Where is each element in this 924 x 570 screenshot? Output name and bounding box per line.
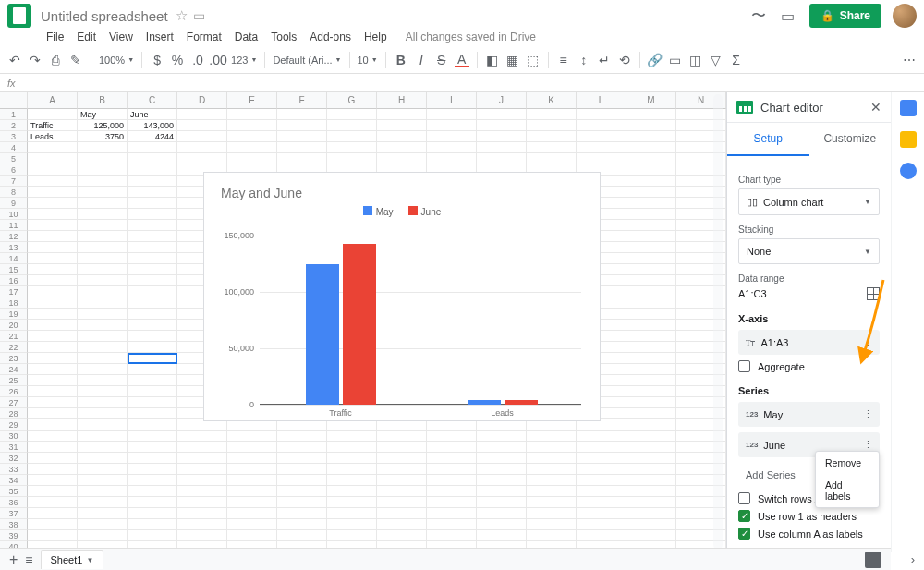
cell[interactable] — [626, 353, 676, 364]
text-wrap-icon[interactable]: ↵ — [597, 53, 612, 67]
cell[interactable] — [527, 530, 577, 541]
row-header[interactable]: 36 — [0, 497, 28, 508]
row-header[interactable]: 5 — [0, 153, 28, 164]
cell[interactable] — [527, 109, 577, 120]
text-rotation-icon[interactable]: ⟲ — [617, 53, 632, 67]
cell[interactable] — [28, 497, 78, 508]
cell[interactable] — [427, 486, 477, 497]
cell[interactable] — [227, 453, 277, 464]
redo-icon[interactable]: ↷ — [28, 53, 43, 67]
col-header[interactable]: E — [227, 92, 277, 109]
cell[interactable] — [377, 530, 427, 541]
cell[interactable] — [177, 131, 227, 142]
cell[interactable] — [327, 464, 377, 475]
cell[interactable] — [527, 475, 577, 486]
cell[interactable] — [277, 442, 327, 453]
number-format-dropdown[interactable]: 123▼ — [231, 55, 257, 66]
cell[interactable] — [577, 109, 626, 120]
cell[interactable] — [577, 442, 626, 453]
undo-icon[interactable]: ↶ — [7, 53, 22, 67]
cell[interactable] — [626, 486, 676, 497]
cell[interactable] — [78, 164, 128, 176]
cell[interactable] — [477, 530, 527, 541]
cell[interactable]: May — [78, 109, 128, 120]
cell[interactable] — [227, 442, 277, 453]
cell[interactable]: 125,000 — [78, 120, 128, 131]
tasks-icon[interactable] — [900, 163, 917, 179]
cell[interactable] — [577, 497, 626, 508]
cell[interactable] — [427, 142, 477, 153]
cell[interactable] — [626, 519, 676, 530]
cell[interactable] — [28, 198, 78, 209]
cell[interactable] — [78, 286, 128, 297]
cell[interactable] — [527, 464, 577, 475]
row-header[interactable]: 13 — [0, 242, 28, 253]
row-header[interactable]: 12 — [0, 231, 28, 242]
cell[interactable] — [626, 275, 676, 286]
cell[interactable] — [626, 364, 676, 375]
cell[interactable] — [128, 209, 177, 220]
series-chip-may[interactable]: 123 May ⋮ — [738, 402, 880, 427]
row-header[interactable]: 4 — [0, 142, 28, 153]
cell[interactable] — [277, 153, 327, 164]
cell[interactable] — [626, 120, 676, 131]
cell[interactable] — [577, 153, 626, 164]
cell[interactable] — [227, 508, 277, 519]
cell[interactable] — [78, 419, 128, 431]
data-range-value[interactable]: A1:C3 — [738, 288, 767, 299]
cell[interactable] — [277, 475, 327, 486]
cell[interactable] — [28, 486, 78, 497]
cell[interactable] — [78, 187, 128, 198]
cell[interactable] — [277, 464, 327, 475]
cell[interactable] — [626, 508, 676, 519]
cell[interactable] — [78, 320, 128, 331]
cell[interactable] — [377, 464, 427, 475]
cell[interactable] — [128, 497, 177, 508]
row-header[interactable]: 15 — [0, 264, 28, 275]
series-chip-june[interactable]: 123 June ⋮ Remove Add labels — [738, 432, 880, 457]
cell[interactable] — [277, 131, 327, 142]
cell[interactable] — [78, 397, 128, 408]
cell[interactable] — [128, 253, 177, 264]
cell[interactable] — [78, 508, 128, 519]
cell[interactable] — [626, 109, 676, 120]
cell[interactable] — [377, 508, 427, 519]
cell[interactable] — [577, 131, 626, 142]
row-header[interactable]: 29 — [0, 419, 28, 431]
cell[interactable] — [427, 453, 477, 464]
col-header[interactable]: K — [527, 92, 577, 109]
col-header[interactable]: C — [128, 92, 177, 109]
cell[interactable] — [327, 475, 377, 486]
cell[interactable] — [427, 442, 477, 453]
cell[interactable] — [28, 264, 78, 275]
cell[interactable] — [377, 431, 427, 442]
col-header[interactable]: J — [477, 92, 527, 109]
collapse-side-panel-icon[interactable]: › — [911, 552, 915, 566]
cell[interactable] — [128, 275, 177, 286]
stacking-select[interactable]: None ▼ — [738, 238, 880, 264]
cell[interactable] — [626, 242, 676, 253]
paint-format-icon[interactable]: ✎ — [68, 53, 83, 67]
cell[interactable] — [177, 508, 227, 519]
row-header[interactable]: 34 — [0, 475, 28, 486]
cell[interactable] — [277, 530, 327, 541]
cell[interactable] — [577, 486, 626, 497]
cell[interactable] — [28, 530, 78, 541]
cell[interactable] — [577, 464, 626, 475]
row-header[interactable]: 6 — [0, 164, 28, 176]
cell[interactable] — [477, 142, 527, 153]
menu-help[interactable]: Help — [359, 29, 393, 45]
cell[interactable] — [377, 486, 427, 497]
cell[interactable] — [227, 153, 277, 164]
cell[interactable] — [626, 231, 676, 242]
cell[interactable] — [626, 342, 676, 353]
row-header[interactable]: 8 — [0, 187, 28, 198]
cell[interactable] — [626, 464, 676, 475]
cell[interactable] — [78, 264, 128, 275]
cell[interactable] — [377, 497, 427, 508]
aggregate-checkbox[interactable] — [738, 360, 750, 372]
cell[interactable] — [28, 375, 78, 386]
cell[interactable] — [78, 475, 128, 486]
cell[interactable] — [327, 519, 377, 530]
col-header[interactable]: B — [78, 92, 128, 109]
